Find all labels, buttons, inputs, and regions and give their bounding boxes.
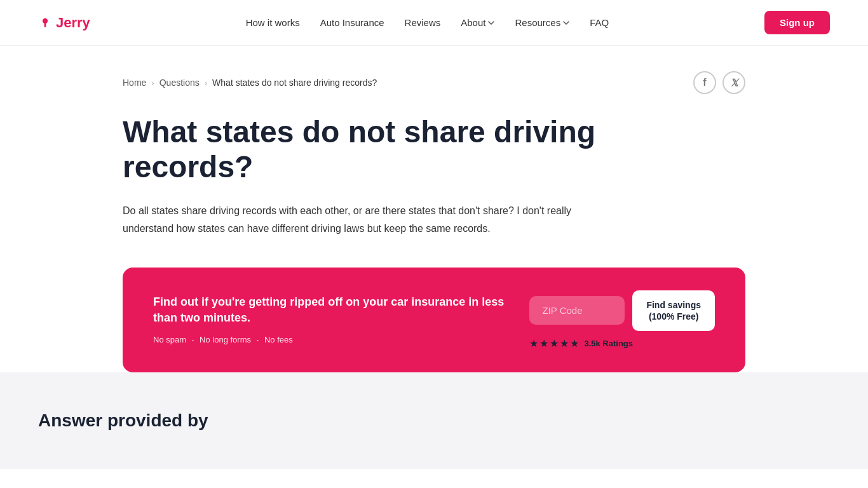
facebook-icon: f	[703, 77, 706, 88]
header: Jerry How it works Auto Insurance Review…	[0, 0, 868, 46]
signup-button[interactable]: Sign up	[764, 11, 830, 34]
nav-resources[interactable]: Resources	[515, 17, 569, 28]
answer-provided-title: Answer provided by	[38, 410, 830, 431]
article-body: Do all states share driving records with…	[123, 202, 606, 236]
social-share-icons: f 𝕏	[693, 71, 745, 94]
facebook-share-button[interactable]: f	[693, 71, 716, 94]
breadcrumb: Home › Questions › What states do not sh…	[123, 71, 745, 94]
star-2: ★	[539, 337, 548, 349]
find-savings-line1: Find savings	[646, 299, 701, 311]
find-savings-line2: (100% Free)	[646, 311, 701, 322]
breadcrumb-sep-2: ›	[205, 78, 207, 88]
find-savings-button[interactable]: Find savings (100% Free)	[632, 290, 715, 331]
cta-dot-1: ·	[191, 334, 194, 346]
logo-link[interactable]: Jerry	[38, 15, 90, 31]
breadcrumb-questions[interactable]: Questions	[159, 78, 200, 88]
cta-no-spam: No spam	[153, 335, 186, 344]
cta-dot-2: ·	[256, 334, 259, 346]
cta-no-forms: No long forms	[200, 335, 251, 344]
nav-auto-insurance[interactable]: Auto Insurance	[320, 17, 384, 28]
gray-section: Answer provided by	[0, 372, 868, 469]
cta-subtext: No spam · No long forms · No fees	[153, 334, 509, 346]
cta-right: Find savings (100% Free) ★ ★ ★ ★ ★ 3.5k …	[529, 290, 715, 349]
cta-headline: Find out if you're getting ripped off on…	[153, 294, 509, 326]
chevron-down-icon-2	[563, 21, 569, 25]
breadcrumb-current: What states do not share driving records…	[212, 78, 377, 88]
chevron-down-icon	[488, 21, 494, 25]
cta-ratings: ★ ★ ★ ★ ★ 3.5k Ratings	[529, 337, 633, 349]
star-4: ★	[560, 337, 569, 349]
logo-icon	[38, 16, 52, 30]
nav-how-it-works[interactable]: How it works	[246, 17, 300, 28]
star-5: ★	[570, 337, 579, 349]
cta-form: Find savings (100% Free)	[529, 290, 715, 331]
twitter-share-button[interactable]: 𝕏	[722, 71, 745, 94]
cta-text-block: Find out if you're getting ripped off on…	[153, 294, 509, 345]
breadcrumb-home[interactable]: Home	[123, 78, 146, 88]
star-3: ★	[550, 337, 559, 349]
svg-point-0	[43, 19, 47, 23]
main-nav: How it works Auto Insurance Reviews Abou…	[246, 17, 609, 28]
star-1: ★	[529, 337, 538, 349]
nav-faq[interactable]: FAQ	[590, 17, 609, 28]
breadcrumb-sep-1: ›	[151, 78, 154, 88]
ratings-text: 3.5k Ratings	[584, 339, 633, 348]
nav-reviews[interactable]: Reviews	[405, 17, 441, 28]
cta-no-fees: No fees	[264, 335, 293, 344]
nav-about[interactable]: About	[461, 17, 494, 28]
article-title: What states do not share driving records…	[123, 114, 606, 184]
cta-banner: Find out if you're getting ripped off on…	[123, 268, 745, 372]
star-rating: ★ ★ ★ ★ ★	[529, 337, 579, 349]
logo-text: Jerry	[56, 15, 90, 31]
main-content: Home › Questions › What states do not sh…	[85, 46, 783, 372]
breadcrumb-left: Home › Questions › What states do not sh…	[123, 78, 377, 88]
zip-code-input[interactable]	[529, 296, 625, 325]
twitter-icon: 𝕏	[730, 77, 738, 89]
